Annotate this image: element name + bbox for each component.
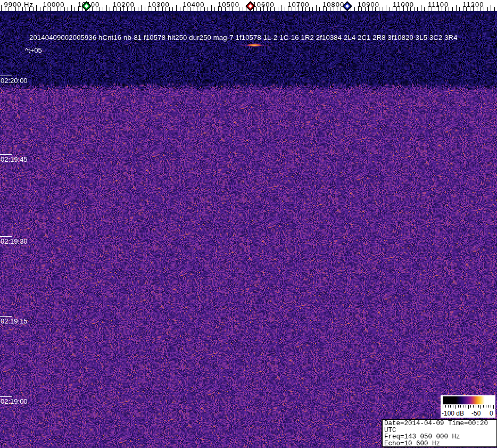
freq-label-9900: 9900 Hz <box>4 1 34 9</box>
time-label: 02:20:00 <box>1 77 28 85</box>
time-tick <box>0 236 12 237</box>
freq-label-10500: 10500 <box>218 1 239 9</box>
freq-label-10000: 10000 <box>43 1 64 9</box>
time-tick <box>0 316 12 317</box>
freq-tick <box>386 5 386 11</box>
freq-tick <box>354 7 355 11</box>
scale-tick <box>463 405 463 408</box>
freq-tick <box>278 7 278 11</box>
freq-tick <box>421 5 421 11</box>
scale-tick <box>473 405 474 408</box>
scale-tick <box>488 405 489 408</box>
time-label: 02:19:30 <box>1 237 28 245</box>
green-marker-center-dot <box>85 4 88 8</box>
time-tick <box>0 154 12 155</box>
freq-tick <box>383 7 383 11</box>
scale-tick <box>448 405 449 408</box>
scale-tick <box>445 405 446 408</box>
scale-tick <box>478 405 479 408</box>
scale-tick <box>470 405 471 408</box>
freq-label-10200: 10200 <box>113 1 135 9</box>
freq-tick <box>319 7 320 11</box>
trigger-time-label: ^t+05 <box>25 46 42 54</box>
freq-tick <box>491 5 491 11</box>
freq-tick <box>211 5 212 11</box>
freq-tick <box>138 7 138 11</box>
time-tick <box>0 76 12 76</box>
freq-tick <box>281 5 281 11</box>
scale-tick <box>443 405 443 409</box>
frequency-ruler: 9900 Hz100001010010200103001040010500106… <box>0 0 497 11</box>
scale-tick <box>455 405 456 409</box>
freq-tick <box>494 7 495 11</box>
freq-tick <box>74 7 75 11</box>
freq-label-10800: 10800 <box>322 1 344 9</box>
time-label: 02:19:00 <box>1 397 28 405</box>
time-tick <box>0 396 12 397</box>
freq-tick <box>390 7 390 11</box>
freq-tick <box>145 7 145 11</box>
freq-label-11100: 11100 <box>428 1 449 9</box>
freq-tick <box>103 7 103 11</box>
db-scale-bar: -100 dB -50 0 <box>441 395 495 418</box>
freq-tick <box>452 7 453 11</box>
freq-tick <box>424 7 425 11</box>
scale-tick <box>493 405 494 409</box>
freq-tick <box>456 5 457 11</box>
time-label: 02:19:15 <box>1 317 28 325</box>
scale-tick <box>460 405 461 408</box>
scale-mid-label: -50 <box>471 410 481 417</box>
scale-tick <box>481 405 481 409</box>
spectrogram-waterfall-canvas <box>0 11 497 448</box>
freq-tick <box>36 5 37 11</box>
freq-label-10700: 10700 <box>287 1 309 9</box>
freq-label-10900: 10900 <box>358 1 379 9</box>
scale-tick <box>468 405 469 409</box>
freq-tick <box>110 7 110 11</box>
detection-parameters-text: 20140409002005936 hCnt16 nb-81 f10578 hi… <box>29 34 458 42</box>
scale-tick <box>450 405 451 408</box>
freq-tick <box>68 7 68 11</box>
freq-tick <box>487 7 488 11</box>
red-marker-center-dot <box>248 4 252 8</box>
info-date-time: Date=2014-04-09 Time=00:20 UTC <box>384 420 496 434</box>
time-label: 02:19:45 <box>1 155 28 163</box>
freq-label-10600: 10600 <box>253 1 275 9</box>
freq-tick <box>40 7 40 11</box>
scale-tick <box>453 405 453 408</box>
freq-tick <box>243 7 243 11</box>
freq-tick <box>208 7 208 11</box>
meteor-spectrogram-app: 9900 Hz100001010010200103001040010500106… <box>0 0 497 448</box>
freq-label-11000: 11000 <box>393 1 414 9</box>
freq-tick <box>71 5 72 11</box>
freq-tick <box>180 7 180 11</box>
blue-marker-center-dot <box>345 4 349 8</box>
freq-tick <box>312 7 313 11</box>
scale-min-label: -100 dB <box>442 410 464 417</box>
scale-max-label: 0 <box>490 410 493 417</box>
freq-tick <box>172 7 173 11</box>
freq-tick <box>106 5 107 11</box>
scale-tick <box>483 405 484 408</box>
scale-tick <box>466 405 466 408</box>
scale-tick <box>486 405 486 408</box>
scale-tick <box>476 405 476 408</box>
freq-tick <box>1 5 2 11</box>
freq-tick <box>285 7 285 11</box>
observation-info-box: Date=2014-04-09 Time=00:20 UTC Freq=143 … <box>382 419 497 447</box>
freq-tick <box>459 7 460 11</box>
freq-tick <box>449 7 449 11</box>
scale-tick <box>458 405 459 408</box>
freq-label-10300: 10300 <box>148 1 170 9</box>
freq-label-11200: 11200 <box>462 1 484 9</box>
freq-tick <box>214 7 215 11</box>
freq-tick <box>141 5 142 11</box>
freq-label-10400: 10400 <box>183 1 204 9</box>
scale-tick <box>491 405 491 408</box>
info-frequency: Freq=143 050 000 Hz <box>384 434 496 441</box>
freq-tick <box>316 5 317 11</box>
freq-tick <box>176 5 177 11</box>
freq-tick <box>417 7 418 11</box>
colormap-gradient <box>443 396 493 404</box>
